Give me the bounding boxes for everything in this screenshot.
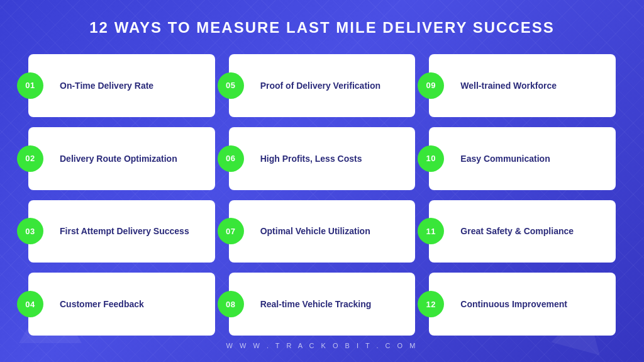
items-grid: 01On-Time Delivery Rate05Proof of Delive… [28, 54, 616, 336]
list-item: 03First Attempt Delivery Success [28, 200, 215, 263]
list-item: 11Great Safety & Compliance [429, 200, 616, 263]
item-label: Proof of Delivery Verification [260, 80, 380, 91]
item-label: Great Safety & Compliance [460, 225, 574, 237]
list-item: 07Optimal Vehicle Utilization [229, 200, 416, 263]
item-label: Customer Feedback [60, 298, 144, 310]
item-badge: 05 [218, 72, 244, 99]
page-title: 12 WAYS TO MEASURE LAST MILE DELIVERY SU… [89, 19, 554, 37]
item-label: Real-time Vehicle Tracking [260, 298, 372, 310]
main-container: 12 WAYS TO MEASURE LAST MILE DELIVERY SU… [0, 0, 644, 362]
list-item: 12Continuous Improvement [429, 273, 616, 336]
list-item: 02Delivery Route Optimization [28, 127, 215, 190]
list-item: 06High Profits, Less Costs [229, 127, 416, 190]
list-item: 04Customer Feedback [28, 273, 215, 336]
list-item: 10Easy Communication [429, 127, 616, 190]
item-badge: 04 [17, 291, 43, 317]
item-badge: 06 [218, 145, 244, 172]
item-label: Well-trained Workforce [460, 80, 557, 91]
item-badge: 01 [17, 72, 43, 99]
item-label: Optimal Vehicle Utilization [260, 225, 370, 237]
list-item: 05Proof of Delivery Verification [229, 54, 416, 117]
item-label: High Profits, Less Costs [260, 153, 362, 164]
item-badge: 02 [17, 145, 43, 172]
item-label: Continuous Improvement [460, 298, 567, 310]
item-badge: 08 [218, 291, 244, 317]
item-badge: 09 [418, 72, 444, 99]
item-label: On-Time Delivery Rate [60, 80, 153, 91]
list-item: 01On-Time Delivery Rate [28, 54, 215, 117]
item-badge: 12 [418, 291, 444, 317]
list-item: 08Real-time Vehicle Tracking [229, 273, 416, 336]
item-badge: 10 [418, 145, 444, 172]
item-badge: 07 [218, 218, 244, 244]
item-badge: 11 [418, 218, 444, 244]
item-badge: 03 [17, 218, 43, 244]
item-label: First Attempt Delivery Success [60, 225, 189, 237]
item-label: Delivery Route Optimization [60, 153, 177, 164]
website-url: W W W . T R A C K O B I T . C O M [226, 342, 418, 349]
list-item: 09Well-trained Workforce [429, 54, 616, 117]
item-label: Easy Communication [460, 153, 550, 164]
